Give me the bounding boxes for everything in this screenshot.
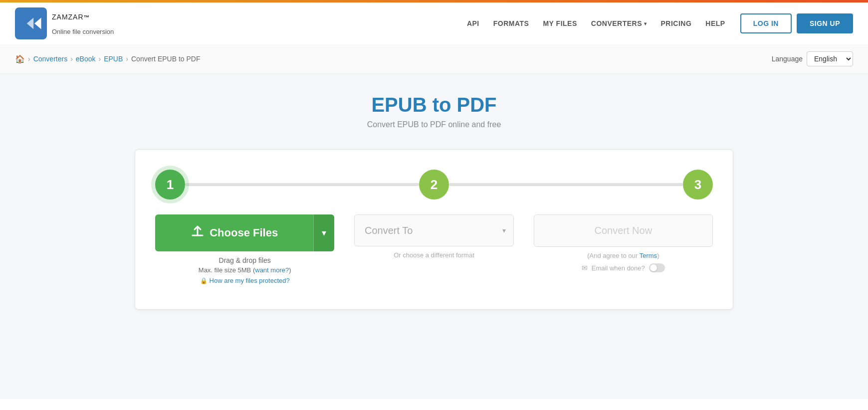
upload-svg <box>191 224 205 238</box>
logo-subtitle: Online file conversion <box>52 28 114 35</box>
breadcrumb: 🏠 › Converters › eBook › EPUB › Convert … <box>15 54 200 64</box>
logo-link[interactable]: ZAMZAR™ Online file conversion <box>15 7 114 39</box>
home-link[interactable]: 🏠 <box>15 54 25 64</box>
breadcrumb-bar: 🏠 › Converters › eBook › EPUB › Convert … <box>0 44 868 74</box>
nav-pricing[interactable]: PRICING <box>661 19 692 27</box>
convert-to-wrapper: Convert To PDF DOC DOCX TXT ▾ <box>354 214 514 246</box>
convert-now-section: Convert Now (And agree to our Terms) ✉ E… <box>534 214 713 272</box>
step-2-circle: 2 <box>419 170 449 200</box>
convert-to-section: Convert To PDF DOC DOCX TXT ▾ Or choose … <box>344 214 523 259</box>
logo-icon <box>15 7 47 39</box>
convert-to-select[interactable]: Convert To PDF DOC DOCX TXT <box>354 214 514 246</box>
choose-files-label: Choose Files <box>210 226 278 239</box>
convert-now-button[interactable]: Convert Now <box>534 214 713 247</box>
breadcrumb-converters[interactable]: Converters <box>33 55 67 63</box>
language-label: Language <box>772 55 803 63</box>
converter-card: 1 2 3 <box>135 149 733 310</box>
lock-icon: 🔒 <box>200 277 208 284</box>
upload-icon <box>191 224 205 241</box>
steps-row: 1 2 3 <box>155 170 713 200</box>
terms-text: (And agree to our Terms) <box>587 252 659 259</box>
login-button[interactable]: LOG IN <box>740 13 792 33</box>
or-format-text: Or choose a different format <box>394 251 474 259</box>
sep-2: › <box>70 55 73 63</box>
sep-4: › <box>126 55 128 63</box>
step-1-circle: 1 <box>155 170 185 200</box>
dropdown-caret-icon: ▾ <box>322 228 326 238</box>
actions-row: Choose Files ▾ Drag & drop files Max. fi… <box>155 214 713 284</box>
breadcrumb-current: Convert EPUB to PDF <box>131 55 201 63</box>
email-label: Email when done? <box>592 264 645 272</box>
nav-converters[interactable]: CONVERTERS ▾ <box>591 19 647 27</box>
email-toggle[interactable] <box>649 263 665 272</box>
drag-drop-text: Drag & drop files <box>219 256 271 264</box>
email-row: ✉ Email when done? <box>582 263 665 272</box>
auth-buttons: LOG IN SIGN UP <box>740 13 853 33</box>
sep-3: › <box>99 55 101 63</box>
language-select[interactable]: English French German Spanish Italian <box>807 51 853 66</box>
step-line-1 <box>185 183 419 186</box>
terms-link[interactable]: Terms <box>640 252 657 259</box>
header: ZAMZAR™ Online file conversion API FORMA… <box>0 2 868 44</box>
protection-link[interactable]: 🔒 How are my files protected? <box>200 277 290 284</box>
nav-formats[interactable]: FORMATS <box>493 19 529 27</box>
logo-name: ZAMZAR™ <box>52 12 114 28</box>
want-more-link[interactable]: want more? <box>255 266 289 274</box>
logo-text: ZAMZAR™ Online file conversion <box>52 12 114 35</box>
step-3-circle: 3 <box>683 170 713 200</box>
choose-section: Choose Files ▾ Drag & drop files Max. fi… <box>155 214 334 284</box>
sep-1: › <box>28 55 30 63</box>
breadcrumb-ebook[interactable]: eBook <box>76 55 96 63</box>
page-subtitle: Convert EPUB to PDF online and free <box>15 120 853 129</box>
email-icon: ✉ <box>582 264 588 272</box>
nav-api[interactable]: API <box>467 19 479 27</box>
choose-files-button[interactable]: Choose Files <box>155 214 313 251</box>
main-content: EPUB to PDF Convert EPUB to PDF online a… <box>0 74 868 399</box>
step-line-2 <box>449 183 683 186</box>
logo-svg <box>24 11 47 35</box>
converters-caret-icon: ▾ <box>644 21 647 26</box>
nav-my-files[interactable]: MY FILES <box>543 19 577 27</box>
signup-button[interactable]: SIGN UP <box>797 13 853 33</box>
choose-files-dropdown[interactable]: ▾ <box>313 214 334 251</box>
main-nav: API FORMATS MY FILES CONVERTERS ▾ PRICIN… <box>467 19 725 27</box>
nav-help[interactable]: HELP <box>705 19 725 27</box>
max-size-text: Max. file size 5MB (want more?) <box>199 266 291 274</box>
page-title: EPUB to PDF <box>15 94 853 116</box>
breadcrumb-epub[interactable]: EPUB <box>104 55 123 63</box>
choose-btn-wrapper: Choose Files ▾ <box>155 214 334 251</box>
language-area: Language English French German Spanish I… <box>772 51 853 66</box>
